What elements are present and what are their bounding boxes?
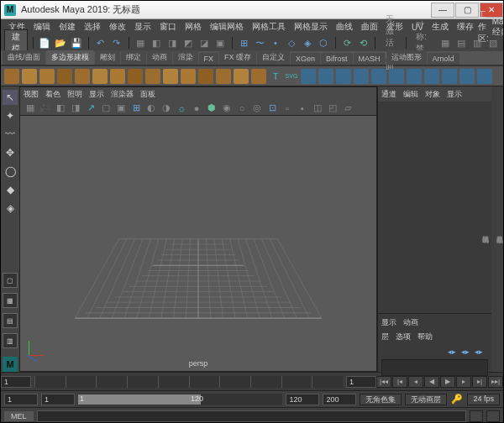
panel-menu-show[interactable]: 显示 bbox=[89, 89, 104, 100]
status-icon[interactable]: ◨ bbox=[165, 36, 179, 50]
menu-windows[interactable]: 窗口 bbox=[155, 21, 181, 33]
panel-tool-icon[interactable]: ▢ bbox=[99, 102, 113, 115]
poly-helix-icon[interactable] bbox=[198, 69, 213, 84]
scale-tool[interactable]: ◆ bbox=[3, 182, 18, 197]
shelf-tab-anim[interactable]: 动画 bbox=[147, 50, 172, 65]
cb-tab-show[interactable]: 显示 bbox=[447, 89, 462, 100]
isolate-icon[interactable]: ◰ bbox=[326, 102, 339, 115]
select-tool-icon[interactable]: ▦ bbox=[134, 36, 147, 50]
range-end-field[interactable] bbox=[286, 394, 319, 405]
poly-sphere-icon[interactable] bbox=[4, 69, 19, 84]
shelf-icon[interactable] bbox=[407, 69, 422, 84]
poly-pyramid-icon[interactable] bbox=[145, 69, 160, 84]
poly-cube-icon[interactable] bbox=[22, 69, 37, 84]
poly-pipe-icon[interactable] bbox=[181, 69, 196, 84]
poly-torus-icon[interactable] bbox=[75, 69, 90, 84]
poly-superellipse-icon[interactable] bbox=[251, 69, 266, 84]
new-scene-icon[interactable]: 📄 bbox=[38, 36, 51, 50]
poly-prism-icon[interactable] bbox=[163, 69, 178, 84]
key-icon[interactable]: ◂▸ bbox=[461, 347, 470, 356]
go-end-button[interactable]: ▸▸| bbox=[488, 376, 503, 388]
panel-menu-lighting[interactable]: 照明 bbox=[67, 89, 82, 100]
panel-tool-icon[interactable]: ◑ bbox=[160, 102, 173, 115]
script-editor-icon[interactable] bbox=[486, 410, 500, 422]
key-icon[interactable]: ◂▸ bbox=[475, 347, 483, 356]
command-input[interactable] bbox=[37, 410, 466, 422]
menu-mesh-tools[interactable]: 网格工具 bbox=[248, 21, 290, 33]
panel-layout-icon[interactable]: ▤ bbox=[454, 36, 468, 50]
paint-select-tool[interactable]: 〰 bbox=[3, 127, 18, 142]
menu-create[interactable]: 创建 bbox=[55, 21, 80, 33]
menu-modify[interactable]: 修改 bbox=[105, 21, 130, 33]
layer-menu-options[interactable]: 选项 bbox=[396, 332, 411, 342]
poly-cone-icon[interactable] bbox=[57, 69, 72, 84]
shelf-icon[interactable] bbox=[336, 69, 351, 84]
status-icon[interactable]: ▣ bbox=[213, 36, 227, 50]
layer-tab-display[interactable]: 显示 bbox=[381, 317, 396, 328]
fps-dropdown[interactable]: 24 fps bbox=[467, 394, 500, 405]
range-slider-track[interactable]: 1 120 bbox=[78, 394, 282, 405]
shelf-icon[interactable] bbox=[301, 69, 316, 84]
shelf-tab-curves[interactable]: 曲线/曲面 bbox=[3, 50, 45, 65]
cb-tab-edit[interactable]: 编辑 bbox=[403, 89, 418, 100]
shelf-tab-rig[interactable]: 绑定 bbox=[121, 50, 146, 65]
shelf-tab-mograph[interactable]: 运动图形 bbox=[386, 50, 427, 65]
menu-generate[interactable]: 生成 bbox=[428, 21, 453, 33]
layout-outliner-icon[interactable]: ▤ bbox=[3, 313, 18, 328]
poly-svg-icon[interactable]: SVG bbox=[285, 70, 298, 83]
panel-tool-icon[interactable]: ○ bbox=[235, 102, 249, 115]
panel-tool-icon[interactable]: ↗ bbox=[84, 102, 97, 115]
panel-tool-icon[interactable]: ● bbox=[190, 102, 203, 115]
menu-surfaces[interactable]: 曲面 bbox=[357, 21, 382, 33]
shelf-icon[interactable] bbox=[424, 69, 439, 84]
workspace-dropdown[interactable]: Maya 经典 bbox=[492, 17, 504, 38]
layer-list[interactable] bbox=[381, 359, 488, 376]
shelf-icon[interactable] bbox=[389, 69, 404, 84]
panel-tool-icon[interactable]: 🎥 bbox=[39, 102, 52, 115]
panel-tool-icon[interactable]: ⊡ bbox=[265, 102, 279, 115]
layout-four-icon[interactable]: ▦ bbox=[3, 293, 18, 308]
menu-display[interactable]: 显示 bbox=[130, 21, 155, 33]
range-start-field[interactable] bbox=[41, 394, 75, 405]
layout-single-icon[interactable]: ▢ bbox=[3, 273, 18, 288]
viewport[interactable]: persp bbox=[20, 116, 376, 371]
shelf-icon[interactable] bbox=[442, 69, 457, 84]
snap-live-icon[interactable]: ⬡ bbox=[317, 36, 330, 50]
xray-icon[interactable]: ◫ bbox=[311, 102, 324, 115]
panel-menu-renderer[interactable]: 渲染器 bbox=[111, 89, 134, 100]
snap-curve-icon[interactable]: 〜 bbox=[253, 36, 266, 50]
cb-tab-object[interactable]: 对象 bbox=[425, 89, 440, 100]
history-icon[interactable]: ⟲ bbox=[356, 36, 370, 50]
play-forward-button[interactable]: ▶ bbox=[440, 376, 455, 388]
shelf-tab-xgen[interactable]: XGen bbox=[291, 53, 320, 65]
go-start-button[interactable]: |◂◂ bbox=[376, 376, 391, 388]
poly-gear-icon[interactable] bbox=[216, 69, 231, 84]
poly-type-icon[interactable]: T bbox=[269, 70, 282, 83]
redo-icon[interactable]: ↷ bbox=[110, 36, 123, 50]
panel-tool-icon[interactable]: ◨ bbox=[69, 102, 82, 115]
poly-platonic-icon[interactable] bbox=[128, 69, 143, 84]
anim-layer-dropdown[interactable]: 无动画层 bbox=[405, 394, 447, 405]
panel-tool-icon[interactable]: ▪ bbox=[296, 102, 309, 115]
panel-menu-view[interactable]: 视图 bbox=[24, 89, 39, 100]
panel-menu-panels[interactable]: 面板 bbox=[140, 89, 155, 100]
snap-view-icon[interactable]: ◈ bbox=[301, 36, 314, 50]
shelf-tab-fxcache[interactable]: FX 缓存 bbox=[219, 50, 256, 65]
poly-plane-icon[interactable] bbox=[92, 69, 108, 84]
panel-tool-icon[interactable]: ◎ bbox=[250, 102, 264, 115]
snap-grid-icon[interactable]: ⊞ bbox=[237, 36, 250, 50]
panel-tool-icon[interactable]: ▱ bbox=[341, 102, 354, 115]
select-tool[interactable]: ↖ bbox=[3, 90, 18, 105]
lasso-tool[interactable]: ✦ bbox=[3, 108, 18, 123]
shelf-icon[interactable] bbox=[459, 69, 475, 84]
menu-edit[interactable]: 编辑 bbox=[29, 21, 55, 33]
panel-menu-shading[interactable]: 着色 bbox=[45, 89, 60, 100]
last-tool[interactable]: ◈ bbox=[3, 201, 18, 216]
shelf-tab-bifrost[interactable]: Bifrost bbox=[321, 53, 353, 65]
panel-tool-icon[interactable]: ⬢ bbox=[205, 102, 218, 115]
panel-tool-icon[interactable]: ▫ bbox=[281, 102, 294, 115]
color-management-dropdown[interactable]: 无角色集 bbox=[360, 394, 402, 405]
current-frame-field-2[interactable] bbox=[346, 376, 376, 388]
shelf-icon[interactable] bbox=[477, 69, 492, 84]
status-icon[interactable]: ◪ bbox=[197, 36, 211, 50]
